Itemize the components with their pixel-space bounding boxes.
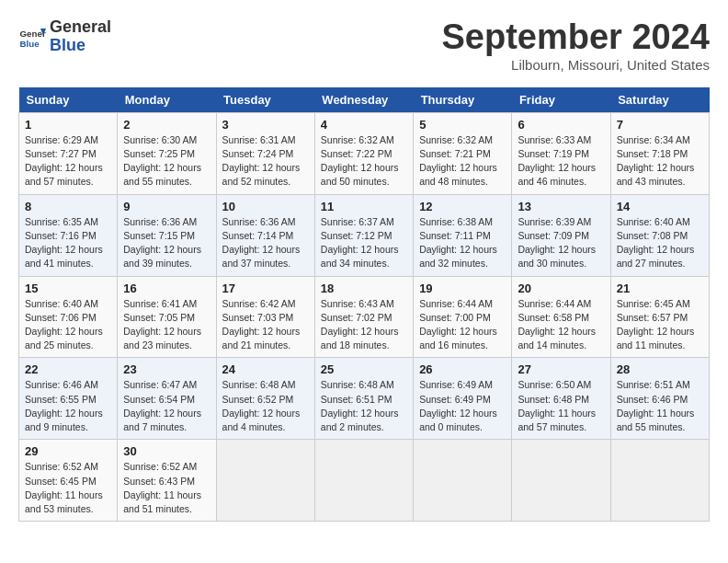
page-header: General Blue General Blue September 2024…: [18, 18, 710, 73]
table-row: 22Sunrise: 6:46 AM Sunset: 6:55 PM Dayli…: [19, 358, 118, 440]
table-row: 2Sunrise: 6:30 AM Sunset: 7:25 PM Daylig…: [118, 112, 216, 194]
day-info: Sunrise: 6:40 AM Sunset: 7:06 PM Dayligh…: [25, 297, 111, 353]
day-info: Sunrise: 6:37 AM Sunset: 7:12 PM Dayligh…: [321, 215, 407, 271]
day-info: Sunrise: 6:33 AM Sunset: 7:19 PM Dayligh…: [518, 133, 604, 190]
day-number: 24: [222, 362, 309, 376]
table-row: 14Sunrise: 6:40 AM Sunset: 7:08 PM Dayli…: [610, 194, 709, 276]
day-info: Sunrise: 6:30 AM Sunset: 7:25 PM Dayligh…: [123, 133, 210, 190]
table-row: 24Sunrise: 6:48 AM Sunset: 6:52 PM Dayli…: [216, 358, 314, 440]
day-number: 26: [419, 362, 506, 376]
table-row: 5Sunrise: 6:32 AM Sunset: 7:21 PM Daylig…: [414, 112, 512, 194]
day-info: Sunrise: 6:29 AM Sunset: 7:27 PM Dayligh…: [25, 133, 111, 190]
table-row: 8Sunrise: 6:35 AM Sunset: 7:16 PM Daylig…: [19, 194, 118, 276]
table-row: 11Sunrise: 6:37 AM Sunset: 7:12 PM Dayli…: [314, 194, 413, 276]
table-row: 27Sunrise: 6:50 AM Sunset: 6:48 PM Dayli…: [512, 358, 610, 440]
day-number: 10: [222, 200, 309, 213]
calendar-week-row: 1Sunrise: 6:29 AM Sunset: 7:27 PM Daylig…: [19, 112, 710, 194]
table-row: 10Sunrise: 6:36 AM Sunset: 7:14 PM Dayli…: [216, 194, 314, 276]
day-info: Sunrise: 6:36 AM Sunset: 7:15 PM Dayligh…: [123, 215, 210, 271]
calendar-week-row: 22Sunrise: 6:46 AM Sunset: 6:55 PM Dayli…: [19, 358, 710, 440]
day-number: 27: [518, 362, 604, 376]
weekday-header-row: SundayMondayTuesdayWednesdayThursdayFrid…: [19, 87, 710, 113]
table-row: 9Sunrise: 6:36 AM Sunset: 7:15 PM Daylig…: [118, 194, 216, 276]
weekday-header-saturday: Saturday: [610, 87, 709, 113]
day-info: Sunrise: 6:43 AM Sunset: 7:02 PM Dayligh…: [321, 297, 407, 353]
table-row: 26Sunrise: 6:49 AM Sunset: 6:49 PM Dayli…: [414, 358, 512, 440]
table-row: [314, 440, 413, 522]
table-row: 29Sunrise: 6:52 AM Sunset: 6:45 PM Dayli…: [19, 440, 118, 522]
day-info: Sunrise: 6:35 AM Sunset: 7:16 PM Dayligh…: [25, 215, 111, 271]
day-info: Sunrise: 6:48 AM Sunset: 6:52 PM Dayligh…: [222, 378, 309, 434]
day-info: Sunrise: 6:41 AM Sunset: 7:05 PM Dayligh…: [123, 297, 210, 353]
month-title: September 2024: [442, 18, 711, 57]
day-number: 21: [617, 282, 703, 295]
day-number: 8: [25, 200, 111, 213]
weekday-header-sunday: Sunday: [19, 87, 118, 113]
weekday-header-thursday: Thursday: [414, 87, 512, 113]
day-number: 30: [123, 444, 210, 458]
table-row: 20Sunrise: 6:44 AM Sunset: 6:58 PM Dayli…: [512, 276, 610, 358]
day-info: Sunrise: 6:40 AM Sunset: 7:08 PM Dayligh…: [617, 215, 703, 271]
table-row: 21Sunrise: 6:45 AM Sunset: 6:57 PM Dayli…: [610, 276, 709, 358]
table-row: 4Sunrise: 6:32 AM Sunset: 7:22 PM Daylig…: [314, 112, 413, 194]
table-row: 18Sunrise: 6:43 AM Sunset: 7:02 PM Dayli…: [314, 276, 413, 358]
table-row: 3Sunrise: 6:31 AM Sunset: 7:24 PM Daylig…: [216, 112, 314, 194]
table-row: 28Sunrise: 6:51 AM Sunset: 6:46 PM Dayli…: [610, 358, 709, 440]
day-info: Sunrise: 6:32 AM Sunset: 7:21 PM Dayligh…: [419, 133, 506, 190]
weekday-header-wednesday: Wednesday: [314, 87, 413, 113]
day-info: Sunrise: 6:49 AM Sunset: 6:49 PM Dayligh…: [419, 378, 506, 434]
svg-text:Blue: Blue: [20, 38, 40, 48]
calendar-table: SundayMondayTuesdayWednesdayThursdayFrid…: [18, 87, 710, 522]
calendar-week-row: 15Sunrise: 6:40 AM Sunset: 7:06 PM Dayli…: [19, 276, 710, 358]
weekday-header-friday: Friday: [512, 87, 610, 113]
day-info: Sunrise: 6:52 AM Sunset: 6:43 PM Dayligh…: [123, 460, 210, 516]
weekday-header-tuesday: Tuesday: [216, 87, 314, 113]
table-row: 30Sunrise: 6:52 AM Sunset: 6:43 PM Dayli…: [118, 440, 216, 522]
day-number: 16: [123, 282, 210, 295]
day-info: Sunrise: 6:50 AM Sunset: 6:48 PM Dayligh…: [518, 378, 604, 434]
day-info: Sunrise: 6:31 AM Sunset: 7:24 PM Dayligh…: [222, 133, 309, 190]
day-number: 29: [25, 444, 111, 458]
table-row: [414, 440, 512, 522]
day-info: Sunrise: 6:44 AM Sunset: 7:00 PM Dayligh…: [419, 297, 506, 353]
day-number: 14: [617, 200, 703, 213]
day-info: Sunrise: 6:47 AM Sunset: 6:54 PM Dayligh…: [123, 378, 210, 434]
day-number: 4: [321, 118, 407, 132]
day-number: 5: [419, 118, 506, 132]
table-row: 6Sunrise: 6:33 AM Sunset: 7:19 PM Daylig…: [512, 112, 610, 194]
day-info: Sunrise: 6:51 AM Sunset: 6:46 PM Dayligh…: [617, 378, 703, 434]
table-row: 23Sunrise: 6:47 AM Sunset: 6:54 PM Dayli…: [118, 358, 216, 440]
day-info: Sunrise: 6:52 AM Sunset: 6:45 PM Dayligh…: [25, 460, 111, 516]
day-info: Sunrise: 6:34 AM Sunset: 7:18 PM Dayligh…: [617, 133, 703, 190]
day-info: Sunrise: 6:45 AM Sunset: 6:57 PM Dayligh…: [617, 297, 703, 353]
day-info: Sunrise: 6:32 AM Sunset: 7:22 PM Dayligh…: [321, 133, 407, 190]
table-row: 16Sunrise: 6:41 AM Sunset: 7:05 PM Dayli…: [118, 276, 216, 358]
table-row: 25Sunrise: 6:48 AM Sunset: 6:51 PM Dayli…: [314, 358, 413, 440]
day-number: 7: [617, 118, 703, 132]
day-number: 9: [123, 200, 210, 213]
calendar-week-row: 29Sunrise: 6:52 AM Sunset: 6:45 PM Dayli…: [19, 440, 710, 522]
day-info: Sunrise: 6:36 AM Sunset: 7:14 PM Dayligh…: [222, 215, 309, 271]
table-row: 1Sunrise: 6:29 AM Sunset: 7:27 PM Daylig…: [19, 112, 118, 194]
table-row: 12Sunrise: 6:38 AM Sunset: 7:11 PM Dayli…: [414, 194, 512, 276]
day-number: 19: [419, 282, 506, 295]
table-row: 13Sunrise: 6:39 AM Sunset: 7:09 PM Dayli…: [512, 194, 610, 276]
day-number: 13: [518, 200, 604, 213]
title-block: September 2024 Lilbourn, Missouri, Unite…: [442, 18, 711, 73]
logo: General Blue General Blue: [18, 18, 111, 55]
day-number: 6: [518, 118, 604, 132]
day-number: 28: [617, 362, 703, 376]
table-row: [216, 440, 314, 522]
weekday-header-monday: Monday: [118, 87, 216, 113]
day-number: 20: [518, 282, 604, 295]
day-number: 17: [222, 282, 309, 295]
table-row: [610, 440, 709, 522]
logo-text: General Blue: [50, 18, 111, 55]
calendar-week-row: 8Sunrise: 6:35 AM Sunset: 7:16 PM Daylig…: [19, 194, 710, 276]
day-number: 15: [25, 282, 111, 295]
day-number: 11: [321, 200, 407, 213]
table-row: 15Sunrise: 6:40 AM Sunset: 7:06 PM Dayli…: [19, 276, 118, 358]
day-info: Sunrise: 6:48 AM Sunset: 6:51 PM Dayligh…: [321, 378, 407, 434]
day-number: 1: [25, 118, 111, 132]
day-number: 18: [321, 282, 407, 295]
